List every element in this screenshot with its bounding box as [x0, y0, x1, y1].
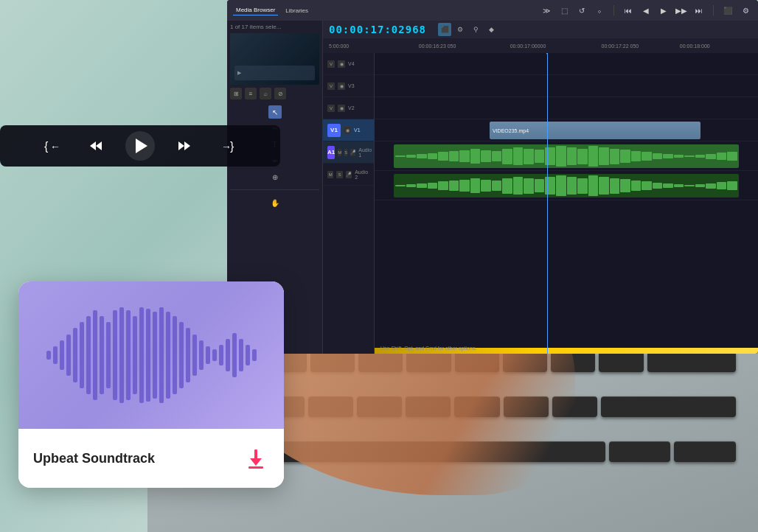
track-mic-a2[interactable]: 🎤	[346, 171, 352, 178]
track-mute-a1[interactable]: M	[338, 149, 341, 156]
track-labels: V ◉ V4 V ◉ V3 V ◉ V2	[323, 53, 375, 354]
selection-tool[interactable]: ↖	[268, 105, 282, 119]
waveform-bar	[567, 177, 577, 195]
music-wave-bar	[212, 349, 217, 361]
track-solo-a2[interactable]: S	[336, 171, 342, 178]
key	[601, 396, 736, 417]
waveform-bar	[695, 184, 706, 187]
music-wave-bar	[126, 310, 131, 400]
waveform-bar	[727, 152, 737, 161]
music-wave-bar	[106, 322, 111, 388]
music-wave-bar	[133, 316, 137, 394]
track-visibility-v2[interactable]: V	[327, 105, 335, 112]
track-label-v2: V ◉ V2	[323, 97, 374, 119]
transport-mark-in[interactable]: { ←	[37, 131, 66, 161]
waveform-bar	[395, 155, 406, 156]
svg-marker-4	[136, 139, 147, 153]
video-track-v3	[375, 75, 758, 97]
zoom-tool[interactable]: ⊕	[268, 170, 282, 183]
key	[674, 441, 736, 462]
toolbar-icon[interactable]: ↺	[575, 4, 588, 17]
transport-skip-forward[interactable]: ⏭	[692, 4, 706, 17]
svg-marker-6	[184, 141, 190, 150]
toolbar-icon[interactable]: ⬦	[593, 4, 606, 17]
waveform-bar	[524, 178, 534, 194]
waveform-bar	[674, 155, 684, 158]
track-label-a2: M S 🎤 Audio 2	[323, 164, 374, 186]
music-waveform	[32, 307, 271, 403]
download-button[interactable]	[243, 445, 269, 472]
waveform-bar	[395, 185, 406, 186]
ruler-mark-4: 00:00:17:22 050	[602, 43, 639, 49]
list-view-btn[interactable]: ≡	[245, 88, 257, 99]
magnet-icon[interactable]: ⚲	[469, 23, 482, 36]
video-editor: Media Browser Libraries ≫ ⬚ ↺ ⬦ ⏮ ◀ ▶ ▶▶…	[227, 0, 758, 354]
video-clip[interactable]: VIDEO235.mp4	[490, 122, 700, 139]
music-wave-bar	[100, 316, 104, 394]
waveform-bar	[417, 154, 427, 158]
track-lock-v3[interactable]: ◉	[338, 83, 345, 90]
track-solo-a1[interactable]: S	[344, 149, 347, 156]
waveform-bar	[706, 154, 716, 159]
status-hint: Use Shift, Opt, and Cmd for other option…	[380, 346, 476, 351]
svg-text:{: {	[44, 140, 49, 153]
search-btn[interactable]: ⌕	[260, 88, 271, 99]
svg-marker-2	[90, 141, 96, 150]
transport-skip-back[interactable]: ⏮	[622, 4, 635, 17]
hand-tool[interactable]: ✋	[268, 196, 282, 209]
music-wave-bar	[192, 335, 197, 377]
music-wave-bar	[199, 340, 204, 371]
tracks-timeline[interactable]: VIDEO235.mp4	[375, 53, 758, 354]
svg-marker-10	[250, 458, 262, 466]
filter-btn[interactable]: ⊘	[274, 88, 286, 99]
toolbar-icon[interactable]: ⬚	[557, 4, 571, 17]
tab-media-browser[interactable]: Media Browser	[233, 5, 278, 15]
key	[599, 351, 643, 372]
timeline-ruler: 5:00:000 00:00:16:23 050 00:00:17:00000 …	[323, 38, 758, 53]
waveform-bar	[706, 183, 716, 189]
a1-indicator[interactable]: A1	[327, 146, 335, 159]
render-btn[interactable]: ⬛	[438, 23, 451, 36]
waveform-bar	[717, 153, 727, 160]
waveform-bar	[588, 146, 599, 167]
track-visibility-v1[interactable]: ◉	[344, 127, 351, 134]
transport-step-back[interactable]	[81, 131, 111, 161]
grid-view-btn[interactable]: ⊞	[230, 88, 242, 99]
waveform-bar	[535, 179, 545, 192]
transport-step-forward[interactable]	[170, 131, 199, 161]
ruler-mark-3: 00:00:17:00000	[510, 43, 546, 49]
transport-play-header[interactable]: ▶	[657, 4, 670, 17]
music-wave-bar	[119, 307, 124, 403]
waveform-bar	[717, 182, 727, 189]
toolbar-icon[interactable]: ≫	[540, 4, 553, 17]
waveform-bar	[502, 178, 512, 194]
key	[647, 351, 737, 372]
music-wave-bar	[53, 346, 58, 364]
track-mute-a2[interactable]: M	[327, 171, 333, 178]
transport-forward[interactable]: ▶▶	[675, 4, 688, 17]
track-visibility-v4[interactable]: V	[327, 60, 335, 68]
waveform-bar	[599, 177, 609, 195]
export-icon[interactable]: ⬛	[721, 4, 734, 17]
media-count: 1 of 17 items sele...	[230, 24, 319, 30]
waveform-bar	[481, 180, 491, 192]
music-wave-bar	[179, 322, 184, 388]
music-wave-bar	[159, 307, 164, 403]
wrench-icon[interactable]: ⚙	[453, 23, 467, 36]
transport-back[interactable]: ◀	[639, 4, 653, 17]
waveform-bar	[641, 152, 652, 160]
waveform-bar	[428, 153, 438, 160]
svg-marker-5	[178, 141, 184, 150]
settings-icon[interactable]: ⚙	[739, 4, 752, 17]
waveform-bar	[577, 178, 588, 194]
track-lock-v4[interactable]: ◉	[338, 60, 345, 68]
playhead[interactable]	[547, 53, 548, 354]
marker-icon[interactable]: ◆	[484, 23, 498, 36]
track-visibility-v3[interactable]: V	[327, 83, 335, 90]
track-mic-a1[interactable]: 🎤	[350, 149, 355, 156]
v1-indicator[interactable]: V1	[327, 124, 341, 137]
transport-play[interactable]	[125, 131, 155, 161]
tab-libraries[interactable]: Libraries	[282, 6, 311, 15]
track-lock-v2[interactable]: ◉	[338, 105, 345, 112]
transport-mark-out[interactable]: → }	[214, 131, 243, 161]
